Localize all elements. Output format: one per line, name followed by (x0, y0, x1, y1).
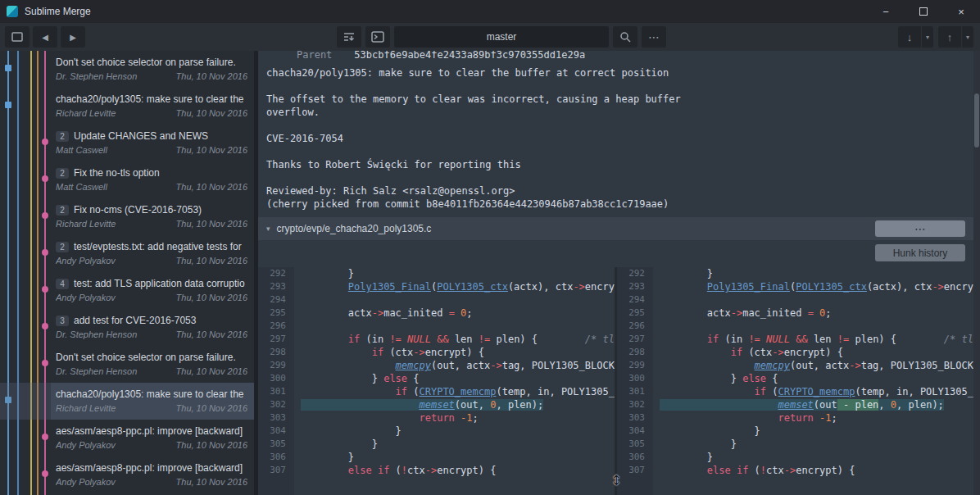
search-button[interactable] (613, 26, 637, 48)
diff-line[interactable]: 301 if (CRYPTO_memcmp(temp, in, POLY1305… (617, 385, 973, 398)
commit-title-row: 3 add test for CVE-2016-7053 (56, 314, 247, 327)
diff-line[interactable]: 305 } (617, 438, 973, 451)
diff-line[interactable]: 297 if (in != NULL && len != plen) { /* … (258, 333, 615, 346)
commit-list-button[interactable] (337, 26, 361, 48)
commit-title: chacha20/poly1305: make sure to clear th… (56, 388, 247, 400)
diff-line[interactable]: 307 else if (!ctx->encrypt) { (617, 464, 973, 477)
code-text: actx->mac_inited = 0; (294, 307, 615, 320)
diff-line[interactable]: 304 } (258, 425, 615, 438)
commit-list-item[interactable]: Don't set choice selector on parse failu… (51, 51, 254, 88)
commit-dot[interactable] (42, 249, 48, 256)
diff-line[interactable]: 294 (258, 293, 615, 307)
commit-list-item[interactable]: aes/asm/aesp8-ppc.pl: improve [backward]… (51, 456, 254, 493)
commit-list-item[interactable]: 4 test: add TLS application data corrupt… (51, 272, 254, 309)
diff-line[interactable]: 307 else if (!ctx->encrypt) { (258, 464, 615, 477)
diff-line[interactable]: 296 (617, 320, 973, 333)
commit-title-row: Don't set choice selector on parse failu… (56, 351, 247, 364)
diff-line[interactable]: 297 if (in != NULL && len != plen) { /* … (617, 333, 973, 346)
commit-list-item[interactable]: chacha20/poly1305: make sure to clear th… (51, 383, 254, 420)
commit-dot[interactable] (42, 434, 48, 440)
minimize-button[interactable]: − (867, 0, 905, 23)
line-number: 306 (617, 451, 653, 464)
commit-date: Thu, 10 Nov 2016 (170, 108, 247, 118)
diff-line[interactable]: 303 return -1; (617, 411, 973, 425)
back-button[interactable]: ◀ (33, 26, 57, 48)
line-number: 292 (258, 267, 294, 280)
commit-meta-row: Andy Polyakov Thu, 10 Nov 2016 (56, 293, 247, 302)
commit-dot[interactable] (5, 102, 11, 108)
diff-line[interactable]: 306 } (258, 451, 615, 464)
commit-dot[interactable] (42, 360, 48, 366)
commit-list-item[interactable]: Don't set choice selector on parse failu… (51, 346, 254, 383)
parent-commit-row: Parent 53bcbf6e9abe4fe2433a89bf3c970355d… (258, 51, 973, 60)
code-text: actx->mac_inited = 0; (653, 307, 973, 320)
toggle-sidebar-button[interactable] (5, 26, 29, 48)
diff-line[interactable]: 292 } (617, 267, 973, 280)
commit-dot[interactable] (42, 323, 48, 329)
diff-line[interactable]: 295 actx->mac_inited = 0; (617, 307, 973, 320)
parent-hash[interactable]: 53bcbf6e9abe4fe2433a89bf3c970355dd1e29a (354, 51, 585, 60)
diff-line[interactable]: 292 } (258, 267, 615, 280)
push-icon: ↑ (938, 26, 961, 48)
diff-line[interactable]: 303 return -1; (258, 411, 615, 425)
line-number: 307 (258, 464, 294, 477)
commit-list-item[interactable]: 2 Update CHANGES and NEWS Matt Caswell T… (51, 125, 254, 161)
maximize-button[interactable] (905, 0, 942, 23)
commit-title: Don't set choice selector on parse failu… (56, 352, 247, 363)
diff-line[interactable]: 296 (258, 320, 615, 333)
hunk-history-button[interactable]: Hunk history (875, 244, 965, 261)
diff-line[interactable]: 298 if (ctx->encrypt) { (617, 346, 973, 359)
main-scrollbar-thumb[interactable] (974, 93, 979, 148)
diff-line[interactable]: 306 } (617, 451, 973, 464)
diff-line[interactable]: 293 Poly1305_Final(POLY1305_ctx(actx), c… (617, 280, 973, 293)
commit-list-item[interactable]: aes/asm/aesp8-ppc.pl: improve [backward]… (51, 420, 254, 456)
title-bar: Sublime Merge − × (0, 0, 980, 23)
commit-list-item[interactable]: 3 add test for CVE-2016-7053 Dr. Stephen… (51, 309, 254, 346)
close-icon: × (958, 6, 964, 18)
code-text: } (653, 438, 973, 451)
diff-line[interactable]: 293 Poly1305_Final(POLY1305_ctx(actx), c… (258, 280, 615, 293)
push-caret-icon[interactable]: ▾ (961, 26, 973, 48)
file-header-bar[interactable]: ▾ crypto/evp/e_chacha20_poly1305.c ⋯ (258, 217, 973, 240)
commit-dot[interactable] (5, 65, 11, 71)
file-more-button[interactable]: ⋯ (875, 220, 965, 237)
line-number: 304 (258, 425, 294, 438)
commit-dot[interactable] (42, 175, 48, 182)
terminal-button[interactable] (365, 26, 390, 48)
diff-line[interactable]: 302 memset(out - plen, 0, plen); (617, 398, 973, 411)
diff-line[interactable]: 295 actx->mac_inited = 0; (258, 307, 615, 320)
diff-line[interactable]: 304 } (617, 425, 973, 438)
pull-caret-icon[interactable]: ▾ (921, 26, 933, 48)
push-button[interactable]: ↑ ▾ (938, 26, 973, 48)
commit-author: Andy Polyakov (56, 256, 116, 266)
main-scrollbar[interactable] (973, 51, 980, 495)
graph-line (7, 51, 9, 495)
collapse-file-icon[interactable]: ▾ (266, 225, 270, 233)
diff-line[interactable]: 300 } else { (258, 372, 615, 385)
resize-cursor-icon: ↕ (610, 472, 622, 488)
commit-author: Andy Polyakov (56, 477, 116, 487)
forward-button[interactable]: ▶ (61, 26, 85, 48)
diff-line[interactable]: 299 memcpy(out, actx->tag, POLY1305_BLOC… (617, 359, 973, 372)
branch-selector[interactable]: master (394, 26, 609, 48)
commit-list-item[interactable]: 2 Fix no-cms (CVE-2016-7053) Richard Lev… (51, 198, 254, 235)
code-text: if (ctx->encrypt) { (653, 346, 973, 359)
diff-line[interactable]: 299 memcpy(out, actx->tag, POLY1305_BLOC… (258, 359, 615, 372)
commit-list-item[interactable]: 2 Fix the no-tls option Matt Caswell Thu… (51, 161, 254, 198)
toolbar-more-button[interactable]: ⋯ (642, 26, 666, 48)
close-button[interactable]: × (942, 0, 980, 23)
commit-dot[interactable] (42, 286, 48, 293)
pull-button[interactable]: ↓ ▾ (898, 26, 933, 48)
diff-line[interactable]: 300 } else { (617, 372, 973, 385)
diff-line[interactable]: 298 if (ctx->encrypt) { (258, 346, 615, 359)
commit-dot[interactable] (42, 470, 48, 477)
commit-dot[interactable] (42, 212, 48, 219)
diff-line[interactable]: 302 memset(out, 0, plen); (258, 398, 615, 411)
diff-line[interactable]: 301 if (CRYPTO_memcmp(temp, in, POLY1305… (258, 385, 615, 398)
commit-dot[interactable] (42, 139, 48, 145)
diff-line[interactable]: 305 } (258, 438, 615, 451)
commit-list-item[interactable]: 2 test/evptests.txt: add negative tests … (51, 235, 254, 272)
commit-list-item[interactable]: chacha20/poly1305: make sure to clear th… (51, 88, 254, 125)
diff-line[interactable]: 294 (617, 293, 973, 307)
commit-title: test: add TLS application data corruptio (74, 278, 247, 289)
